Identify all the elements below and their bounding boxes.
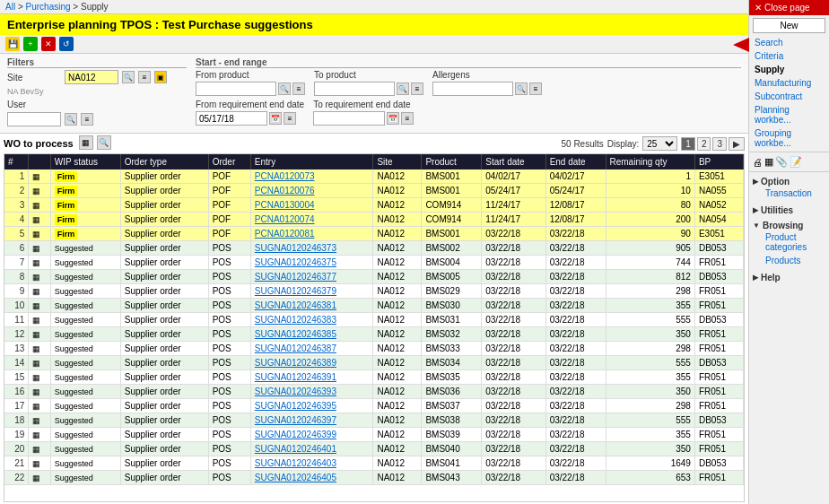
- table-row[interactable]: 3 ▦ Firm Supplier order POF PCNA0130004 …: [4, 198, 744, 213]
- sidebar-attach-icon[interactable]: 📎: [775, 156, 788, 168]
- page-1-btn[interactable]: 1: [681, 137, 695, 151]
- sidebar-notes-icon[interactable]: 📝: [790, 156, 802, 168]
- from-product-search-icon[interactable]: 🔍: [278, 83, 291, 95]
- from-req-input[interactable]: [196, 111, 267, 126]
- cell-entry[interactable]: PCNA0120076: [250, 184, 373, 198]
- cell-entry[interactable]: SUGNA0120246393: [250, 385, 373, 399]
- table-row[interactable]: 20 ▦ Suggested Supplier order POS SUGNA0…: [4, 442, 744, 456]
- col-bp[interactable]: BP: [694, 154, 743, 169]
- breadcrumb-purchasing[interactable]: Purchasing: [26, 2, 71, 12]
- user-list-icon[interactable]: ≡: [81, 113, 93, 126]
- col-start-date[interactable]: Start date: [482, 154, 545, 169]
- from-product-input[interactable]: [196, 82, 276, 96]
- user-search-icon[interactable]: 🔍: [65, 113, 77, 126]
- page-2-btn[interactable]: 2: [697, 137, 711, 151]
- cell-entry[interactable]: SUGNA0120246403: [250, 456, 373, 471]
- sidebar-browsing-toggle[interactable]: ▼ Browsing: [753, 221, 825, 230]
- cell-entry[interactable]: SUGNA0120246389: [250, 356, 373, 370]
- close-page-button[interactable]: ✕ Close page: [749, 0, 829, 15]
- site-list-icon[interactable]: ≡: [138, 71, 151, 83]
- table-row[interactable]: 22 ▦ Suggested Supplier order POS SUGNA0…: [4, 471, 744, 485]
- to-req-input[interactable]: [313, 111, 385, 126]
- cell-entry[interactable]: SUGNA0120246383: [250, 313, 373, 327]
- table-row[interactable]: 19 ▦ Suggested Supplier order POS SUGNA0…: [4, 428, 744, 442]
- table-row[interactable]: 18 ▦ Suggested Supplier order POS SUGNA0…: [4, 413, 744, 428]
- sidebar-utilities-toggle[interactable]: ▶ Utilities: [753, 205, 825, 215]
- col-order-type[interactable]: Order type: [120, 154, 208, 169]
- new-button[interactable]: New: [753, 18, 825, 33]
- cell-entry[interactable]: PCNA0120073: [250, 169, 373, 184]
- wo-grid-icon[interactable]: ▦: [79, 135, 93, 150]
- table-row[interactable]: 6 ▦ Suggested Supplier order POS SUGNA01…: [4, 241, 744, 256]
- col-site[interactable]: Site: [373, 154, 422, 169]
- from-product-list-icon[interactable]: ≡: [292, 83, 305, 95]
- add-icon[interactable]: +: [23, 37, 38, 51]
- col-end-date[interactable]: End date: [545, 154, 606, 169]
- table-row[interactable]: 13 ▦ Suggested Supplier order POS SUGNA0…: [4, 342, 744, 356]
- table-row[interactable]: 9 ▦ Suggested Supplier order POS SUGNA01…: [4, 284, 744, 299]
- table-row[interactable]: 8 ▦ Suggested Supplier order POS SUGNA01…: [4, 270, 744, 284]
- wo-search-icon[interactable]: 🔍: [97, 135, 111, 150]
- cell-entry[interactable]: SUGNA0120246375: [250, 256, 373, 270]
- cell-entry[interactable]: SUGNA0120246385: [250, 327, 373, 342]
- page-3-btn[interactable]: 3: [712, 137, 727, 151]
- site-search-icon[interactable]: 🔍: [122, 71, 135, 83]
- cell-entry[interactable]: SUGNA0120246395: [250, 399, 373, 413]
- table-row[interactable]: 16 ▦ Suggested Supplier order POS SUGNA0…: [4, 385, 744, 399]
- sidebar-supply[interactable]: Supply: [749, 63, 829, 76]
- sidebar-print-icon[interactable]: 🖨: [753, 157, 763, 168]
- breadcrumb-all[interactable]: All: [5, 2, 15, 12]
- to-product-input[interactable]: [314, 82, 395, 96]
- sidebar-transaction[interactable]: Transaction: [753, 187, 825, 200]
- to-product-search-icon[interactable]: 🔍: [397, 83, 409, 95]
- from-req-calendar-icon[interactable]: 📅: [269, 112, 282, 125]
- delete-icon[interactable]: ✕: [41, 37, 56, 51]
- cell-entry[interactable]: SUGNA0120246401: [250, 442, 373, 456]
- col-product[interactable]: Product: [422, 154, 482, 169]
- sidebar-products[interactable]: Products: [753, 254, 825, 267]
- table-row[interactable]: 4 ▦ Firm Supplier order POF PCNA0120074 …: [4, 213, 744, 227]
- cell-entry[interactable]: PCNA0120081: [250, 227, 373, 241]
- site-input[interactable]: [65, 70, 118, 84]
- cell-entry[interactable]: SUGNA0120246391: [250, 370, 373, 385]
- sidebar-manufacturing[interactable]: Manufacturing: [749, 76, 829, 90]
- table-row[interactable]: 21 ▦ Suggested Supplier order POS SUGNA0…: [4, 456, 744, 471]
- table-row[interactable]: 5 ▦ Firm Supplier order POF PCNA0120081 …: [4, 227, 744, 241]
- page-next-btn[interactable]: ▶: [729, 137, 745, 151]
- to-product-list-icon[interactable]: ≡: [411, 83, 423, 95]
- allergens-list-icon[interactable]: ≡: [529, 83, 542, 95]
- sidebar-grid-icon[interactable]: ▦: [764, 156, 773, 168]
- cell-entry[interactable]: SUGNA0120246381: [250, 299, 373, 313]
- col-wip-status[interactable]: WIP status: [50, 154, 120, 169]
- to-req-calendar-icon[interactable]: 📅: [387, 112, 399, 125]
- cell-entry[interactable]: SUGNA0120246377: [250, 270, 373, 284]
- cell-entry[interactable]: SUGNA0120246379: [250, 284, 373, 299]
- sidebar-grouping-workbench[interactable]: Grouping workbe...: [749, 126, 829, 150]
- sidebar-help-toggle[interactable]: ▶ Help: [753, 273, 825, 282]
- to-req-list-icon[interactable]: ≡: [401, 112, 414, 125]
- site-clear-icon[interactable]: ▣: [154, 71, 167, 83]
- col-entry[interactable]: Entry: [250, 154, 373, 169]
- cell-entry[interactable]: PCNA0120074: [250, 213, 373, 227]
- table-row[interactable]: 14 ▦ Suggested Supplier order POS SUGNA0…: [4, 356, 744, 370]
- table-row[interactable]: 2 ▦ Firm Supplier order POF PCNA0120076 …: [4, 184, 744, 198]
- col-order[interactable]: Order: [208, 154, 250, 169]
- table-row[interactable]: 1 ▦ Firm Supplier order POF PCNA0120073 …: [4, 169, 744, 184]
- cell-entry[interactable]: SUGNA0120246405: [250, 471, 373, 485]
- wo-table-container[interactable]: # WIP status Order type Order Entry Site…: [4, 153, 745, 502]
- cell-entry[interactable]: SUGNA0120246399: [250, 428, 373, 442]
- cell-entry[interactable]: SUGNA0120246397: [250, 413, 373, 428]
- table-row[interactable]: 15 ▦ Suggested Supplier order POS SUGNA0…: [4, 370, 744, 385]
- allergens-input[interactable]: [432, 82, 513, 96]
- table-row[interactable]: 11 ▦ Suggested Supplier order POS SUGNA0…: [4, 313, 744, 327]
- sidebar-product-categories[interactable]: Product categories: [753, 230, 825, 254]
- table-row[interactable]: 7 ▦ Suggested Supplier order POS SUGNA01…: [4, 256, 744, 270]
- sidebar-search[interactable]: Search: [749, 36, 829, 49]
- refresh-icon[interactable]: ↺: [59, 37, 74, 51]
- sidebar-subcontract[interactable]: Subcontract: [749, 90, 829, 103]
- cell-entry[interactable]: SUGNA0120246373: [250, 241, 373, 256]
- allergens-search-icon[interactable]: 🔍: [515, 83, 528, 95]
- col-remaining-qty[interactable]: Remaining qty: [606, 154, 694, 169]
- table-row[interactable]: 10 ▦ Suggested Supplier order POS SUGNA0…: [4, 299, 744, 313]
- user-input[interactable]: [7, 112, 61, 126]
